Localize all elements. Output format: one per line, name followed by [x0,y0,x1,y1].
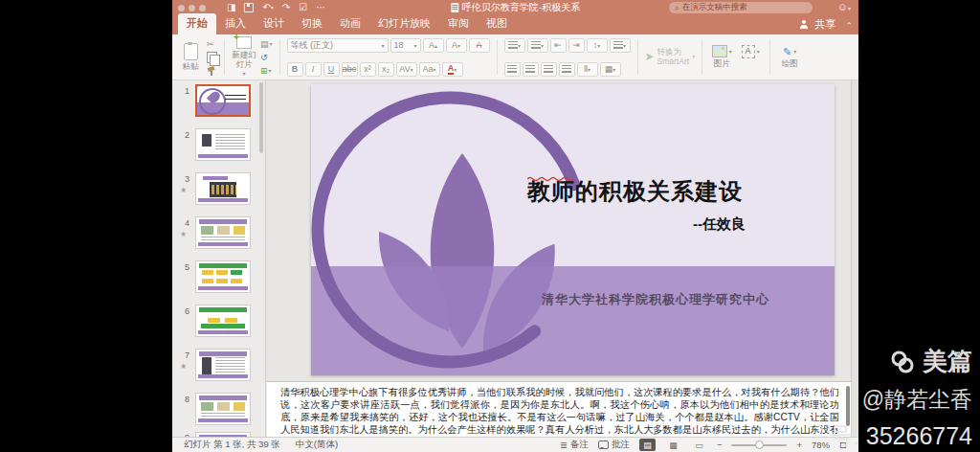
tab-slideshow[interactable]: 幻灯片放映 [369,13,439,34]
tab-view[interactable]: 视图 [478,13,516,34]
tab-transitions[interactable]: 切换 [293,13,331,34]
slide-thumbnail-4[interactable] [195,216,251,249]
font-size-select[interactable]: 18▾ [390,38,421,53]
tab-review[interactable]: 审阅 [439,13,478,34]
search-input[interactable]: ⌕ 在演示文稿中搜索 [669,2,813,13]
watermark-account: 号: 35266774 [810,420,972,452]
tab-home[interactable]: 开始 [178,13,216,34]
draw-button[interactable]: ✎▾ 绘图 [777,46,802,68]
collapse-ribbon-icon[interactable]: ⌃ [845,21,853,34]
bullets-button[interactable]: ▾ [504,38,525,53]
slide-thumbnail-3[interactable] [195,172,251,205]
align-text-button[interactable]: ▦▾ [600,62,621,77]
line-spacing-button[interactable]: ↕▾ [587,38,608,53]
clear-formatting-button[interactable]: A [469,38,490,53]
slide-thumbnail-8[interactable] [195,393,251,425]
picture-icon [712,45,727,57]
panel-scrollbar[interactable] [259,82,263,153]
new-slide-button[interactable]: 新建幻灯片▾ [232,36,256,77]
save-icon[interactable] [244,3,254,12]
thumb-graphic [198,374,248,378]
copy-icon [207,52,217,63]
columns-button[interactable]: ⫴▾ [577,62,598,77]
increase-indent-button[interactable]: ⇥ [568,38,585,53]
thumb-graphic [201,402,245,411]
smartart-icon: ➤ [645,51,655,63]
slide-organization[interactable]: 清华大学社科学院积极心理学研究中心 [533,291,778,308]
slide-title-block[interactable]: 教师的积极关系建设 --任效良 [527,176,747,234]
copy-button[interactable] [207,52,217,63]
thumb-graphic [202,357,212,374]
slide-thumbnail-2[interactable] [195,128,251,161]
slide-thumb-row: 8 [172,393,266,431]
justify-button[interactable] [559,62,575,77]
align-right-button[interactable] [541,62,557,77]
share-button[interactable]: 共享 [800,17,835,34]
toolbar-overflow-icon[interactable]: ⋯ [316,3,325,12]
picture-button[interactable]: ▾ 图片 [709,45,734,68]
redo-icon[interactable]: ↷ [282,3,290,12]
underline-button[interactable]: U [323,62,340,77]
italic-button[interactable]: I [305,62,322,77]
thumb-graphic [201,237,245,241]
text-box-icon: A [742,45,755,58]
slide-thumbnail-1[interactable] [195,84,251,117]
format-painter-button[interactable] [207,66,217,76]
presenter-view-button[interactable]: ▭ [691,439,707,451]
section-button[interactable]: ⊞▾ [260,66,273,76]
character-spacing-button[interactable]: AV▾ [396,62,417,77]
comments-toggle-button[interactable]: 批注 [598,439,630,451]
reset-button[interactable]: ↺ [260,53,273,62]
text-box-button[interactable]: A▾ [738,45,763,69]
subscript-button[interactable]: x₂ [378,62,394,77]
format-painter-icon [207,66,216,76]
slide-count-label: 幻灯片 第 1 张, 共 39 张 [184,439,280,451]
search-icon: ⌕ [675,3,679,13]
zoom-slider[interactable] [731,444,787,446]
normal-view-button[interactable]: ▤ [639,439,656,451]
close-button[interactable] [178,5,185,11]
thumb-graphic [215,357,245,373]
layout-button[interactable]: ▤▾ [260,39,273,49]
notes-text[interactable]: 清华积极心理学中心旗下有很多位优秀讲师，当他们联系我的时候，我就问他们，这次课程… [280,387,839,437]
fullscreen-button[interactable] [199,5,206,11]
slide-thumbnail-5[interactable] [195,260,251,293]
decrease-indent-button[interactable]: ⇤ [550,38,567,53]
tab-animations[interactable]: 动画 [331,13,369,34]
slide-number: 4 [176,218,189,228]
zoom-out-button[interactable]: − [717,440,723,450]
sidebar-toggle-icon[interactable]: ◨ [227,3,235,12]
numbering-button[interactable]: ▾ [527,38,548,53]
superscript-button[interactable]: x² [360,62,376,77]
bold-button[interactable]: B [287,62,303,77]
font-name-select[interactable]: 等线 (正文)▾ [287,38,389,53]
slide-sorter-view-button[interactable]: ▦ [665,439,681,451]
language-label[interactable]: 中文(简体) [296,439,338,451]
cut-button[interactable]: ✂ [207,39,217,49]
strikethrough-button[interactable]: abc [342,62,358,77]
convert-to-smartart-button[interactable]: ➤ 转换为SmartArt ▾ [645,48,696,66]
form-icon[interactable]: ☑ [299,3,307,12]
tab-design[interactable]: 设计 [255,13,293,34]
zoom-in-button[interactable]: + [796,440,802,450]
minimize-button[interactable] [189,5,195,11]
font-color-button[interactable]: A▾ [442,62,463,77]
shrink-font-button[interactable]: A▾ [446,38,467,53]
slide-thumbnail-7[interactable] [195,349,251,381]
feedback-smiley-icon[interactable]: ☺▾ [837,1,851,12]
undo-icon[interactable]: ↶▾ [262,3,273,12]
zoom-slider-knob[interactable] [755,441,764,449]
notes-toggle-button[interactable]: ≣ 备注 [560,439,589,451]
slide-thumb-row: 1 [172,84,266,123]
align-center-button[interactable] [523,62,539,77]
align-left-button[interactable] [504,62,521,77]
notes-pane[interactable]: 清华积极心理学中心旗下有很多位优秀讲师，当他们联系我的时候，我就问他们，这次课程… [267,381,851,437]
thumb-graphic [202,270,244,275]
change-case-button[interactable]: Aa▾ [419,62,440,77]
current-slide-canvas[interactable]: 教师的积极关系建设 --任效良 清华大学社科学院积极心理学研究中心 [311,84,835,375]
text-direction-button[interactable]: ▾ [610,38,631,53]
grow-font-button[interactable]: A▴ [423,38,444,53]
slide-thumbnail-6[interactable] [195,305,251,337]
slide-number: 7 [176,350,189,360]
paste-button[interactable]: 粘贴 [178,43,203,71]
